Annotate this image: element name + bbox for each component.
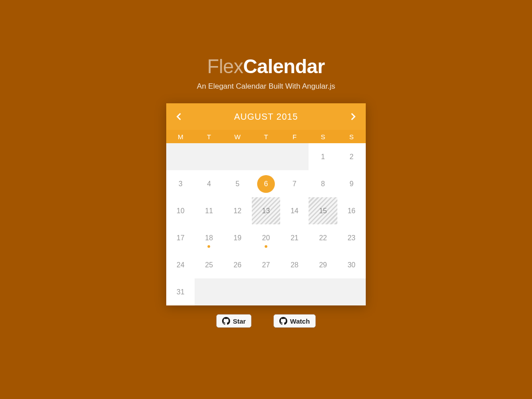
- day-cell[interactable]: 3: [166, 170, 195, 197]
- day-number: 15: [319, 207, 327, 215]
- day-number: 27: [262, 261, 270, 269]
- empty-cell: [223, 278, 252, 305]
- day-cell[interactable]: 28: [280, 251, 309, 278]
- day-number: 28: [290, 261, 298, 269]
- github-watch-button[interactable]: Watch: [274, 314, 315, 328]
- day-number: 1: [321, 153, 325, 161]
- day-cell[interactable]: 21: [280, 224, 309, 251]
- calendar: AUGUST 2015 MTWTFSS 12345678910111213141…: [166, 103, 366, 305]
- day-cell[interactable]: 24: [166, 251, 195, 278]
- prev-month-button[interactable]: [172, 110, 185, 123]
- day-number: 8: [321, 180, 325, 188]
- day-cell[interactable]: 16: [337, 197, 366, 224]
- day-number: 13: [262, 207, 270, 215]
- day-number: 2: [349, 153, 353, 161]
- day-number: 10: [176, 207, 184, 215]
- empty-cell: [337, 278, 366, 305]
- day-cell[interactable]: 29: [309, 251, 337, 278]
- day-number: 19: [234, 234, 242, 242]
- month-label: AUGUST 2015: [234, 112, 298, 122]
- weekday-label: F: [280, 130, 309, 143]
- weekday-label: S: [309, 130, 337, 143]
- event-dot-icon: [207, 245, 210, 248]
- day-number: 16: [348, 207, 356, 215]
- day-number: 23: [348, 234, 356, 242]
- title-bold: Calendar: [243, 55, 325, 77]
- empty-cell: [195, 278, 223, 305]
- day-number: 22: [319, 234, 327, 242]
- github-watch-label: Watch: [290, 317, 309, 325]
- event-dot-icon: [265, 245, 267, 248]
- weekday-label: W: [223, 130, 252, 143]
- day-number: 7: [293, 180, 297, 188]
- github-buttons: Star Watch: [166, 314, 366, 328]
- github-icon: [222, 317, 230, 325]
- day-number: 20: [262, 234, 270, 242]
- page-subtitle: An Elegant Calendar Built With Angular.j…: [166, 82, 366, 91]
- day-cell[interactable]: 20: [252, 224, 280, 251]
- day-number: 4: [207, 180, 211, 188]
- github-star-label: Star: [233, 317, 246, 325]
- day-number: 12: [234, 207, 242, 215]
- day-cell[interactable]: 17: [166, 224, 195, 251]
- day-cell[interactable]: 18: [195, 224, 223, 251]
- calendar-grid: 1234567891011121314151617181920212223242…: [166, 143, 366, 305]
- weekday-label: S: [337, 130, 366, 143]
- day-number: 5: [235, 180, 239, 188]
- day-cell[interactable]: 8: [309, 170, 337, 197]
- empty-cell: [280, 278, 309, 305]
- day-number: 31: [176, 288, 184, 296]
- day-cell[interactable]: 9: [337, 170, 366, 197]
- day-number: 17: [176, 234, 184, 242]
- weekday-label: T: [252, 130, 280, 143]
- day-cell[interactable]: 19: [223, 224, 252, 251]
- day-cell[interactable]: 12: [223, 197, 252, 224]
- day-number: 9: [349, 180, 353, 188]
- weekday-row: MTWTFSS: [166, 130, 366, 143]
- day-number: 29: [319, 261, 327, 269]
- day-number: 3: [179, 180, 183, 188]
- calendar-header: AUGUST 2015: [166, 103, 366, 130]
- day-cell[interactable]: 4: [195, 170, 223, 197]
- day-cell[interactable]: 2: [337, 143, 366, 170]
- day-cell[interactable]: 14: [280, 197, 309, 224]
- day-cell[interactable]: 22: [309, 224, 337, 251]
- day-number: 30: [348, 261, 356, 269]
- day-number: 14: [290, 207, 298, 215]
- day-cell[interactable]: 11: [195, 197, 223, 224]
- day-cell[interactable]: 1: [309, 143, 337, 170]
- github-star-button[interactable]: Star: [216, 314, 251, 328]
- day-cell[interactable]: 10: [166, 197, 195, 224]
- day-cell[interactable]: 31: [166, 278, 195, 305]
- empty-cell: [280, 143, 309, 170]
- day-cell[interactable]: 27: [252, 251, 280, 278]
- day-number: 11: [205, 207, 213, 215]
- day-cell[interactable]: 23: [337, 224, 366, 251]
- day-cell[interactable]: 30: [337, 251, 366, 278]
- day-cell[interactable]: 26: [223, 251, 252, 278]
- day-number: 26: [234, 261, 242, 269]
- day-cell[interactable]: 25: [195, 251, 223, 278]
- day-number: 21: [290, 234, 298, 242]
- day-cell[interactable]: 13: [252, 197, 280, 224]
- weekday-label: T: [195, 130, 223, 143]
- day-cell[interactable]: 6: [252, 170, 280, 197]
- day-number: 24: [176, 261, 184, 269]
- day-cell[interactable]: 5: [223, 170, 252, 197]
- page-title: FlexCalendar: [166, 55, 366, 78]
- day-number: 18: [205, 234, 213, 242]
- weekday-label: M: [166, 130, 195, 143]
- empty-cell: [223, 143, 252, 170]
- empty-cell: [309, 278, 337, 305]
- day-cell[interactable]: 15: [309, 197, 337, 224]
- empty-cell: [252, 143, 280, 170]
- day-number: 6: [257, 175, 275, 193]
- day-number: 25: [205, 261, 213, 269]
- day-cell[interactable]: 7: [280, 170, 309, 197]
- empty-cell: [166, 143, 195, 170]
- next-month-button[interactable]: [347, 110, 360, 123]
- chevron-left-icon: [173, 111, 184, 122]
- chevron-right-icon: [348, 111, 359, 122]
- title-thin: Flex: [207, 55, 243, 77]
- empty-cell: [195, 143, 223, 170]
